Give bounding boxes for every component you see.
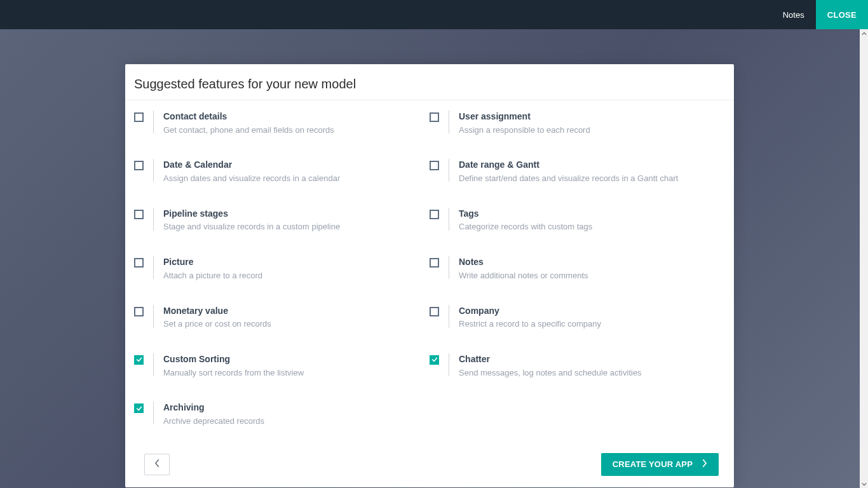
feature-desc: Attach a picture to a record	[163, 269, 417, 283]
feature-desc: Assign dates and visualize records in a …	[163, 172, 417, 186]
feature-text: User assignmentAssign a responsible to e…	[459, 111, 712, 137]
close-button[interactable]: CLOSE	[816, 0, 868, 29]
feature-title: Notes	[459, 256, 712, 269]
feature-item: Pipeline stagesStage and visualize recor…	[134, 208, 417, 234]
feature-desc: Send messages, log notes and schedule ac…	[459, 367, 712, 380]
feature-desc: Stage and visualize records in a custom …	[163, 220, 417, 234]
create-app-button[interactable]: CREATE YOUR APP	[601, 453, 719, 476]
divider	[153, 256, 154, 279]
feature-desc: Define start/end dates and visualize rec…	[459, 172, 712, 186]
feature-title: User assignment	[459, 111, 712, 123]
feature-text: Contact detailsGet contact, phone and em…	[163, 111, 417, 137]
feature-text: NotesWrite additional notes or comments	[459, 256, 712, 282]
feature-desc: Manually sort records from the listview	[163, 367, 417, 380]
feature-text: Monetary valueSet a price or cost on rec…	[163, 305, 417, 331]
feature-title: Custom Sorting	[163, 353, 417, 366]
feature-item: TagsCategorize records with custom tags	[430, 208, 712, 234]
feature-text: ChatterSend messages, log notes and sche…	[459, 353, 712, 379]
features-right-column: User assignmentAssign a responsible to e…	[430, 111, 725, 451]
back-button[interactable]	[144, 454, 170, 475]
feature-desc: Archive deprecated records	[163, 415, 417, 428]
feature-desc: Write additional notes or comments	[459, 269, 712, 283]
feature-text: TagsCategorize records with custom tags	[459, 208, 712, 234]
feature-title: Pipeline stages	[163, 208, 417, 220]
features-modal: Suggested features for your new model Co…	[125, 64, 734, 487]
feature-checkbox[interactable]	[134, 258, 144, 268]
feature-checkbox[interactable]	[430, 210, 439, 219]
feature-checkbox[interactable]	[430, 307, 439, 316]
feature-item: NotesWrite additional notes or comments	[430, 256, 712, 282]
divider	[153, 402, 154, 424]
feature-item: Date & CalendarAssign dates and visualiz…	[134, 159, 417, 185]
feature-checkbox[interactable]	[134, 355, 144, 365]
feature-checkbox[interactable]	[430, 112, 439, 122]
feature-checkbox[interactable]	[134, 112, 144, 122]
scrollbar[interactable]	[860, 29, 868, 488]
feature-checkbox[interactable]	[134, 161, 144, 170]
feature-item: Contact detailsGet contact, phone and em…	[134, 111, 417, 137]
feature-title: Tags	[459, 208, 712, 220]
feature-item: Date range & GanttDefine start/end dates…	[430, 159, 712, 185]
feature-item: ArchivingArchive deprecated records	[134, 402, 417, 428]
divider	[153, 353, 154, 376]
features-container: Contact detailsGet contact, phone and em…	[125, 100, 734, 451]
feature-title: Archiving	[163, 402, 417, 414]
divider	[153, 159, 154, 182]
divider	[449, 111, 449, 133]
feature-desc: Assign a responsible to each record	[459, 124, 712, 137]
page-root: Notes CLOSE Suggested features for your …	[0, 0, 868, 488]
feature-title: Monetary value	[163, 305, 417, 318]
feature-text: Custom SortingManually sort records from…	[163, 353, 417, 379]
divider	[449, 353, 449, 376]
chevron-left-icon	[154, 459, 160, 470]
feature-checkbox[interactable]	[430, 258, 439, 268]
divider	[449, 208, 449, 231]
feature-item: CompanyRestrict a record to a specific c…	[430, 305, 712, 331]
scroll-up-icon[interactable]	[860, 29, 868, 37]
topbar-notes-link[interactable]: Notes	[771, 0, 816, 29]
feature-item: Monetary valueSet a price or cost on rec…	[134, 305, 417, 331]
feature-text: Date & CalendarAssign dates and visualiz…	[163, 159, 417, 185]
divider	[449, 305, 449, 328]
feature-title: Date range & Gantt	[459, 159, 712, 172]
feature-title: Contact details	[163, 111, 417, 123]
features-left-column: Contact detailsGet contact, phone and em…	[134, 111, 430, 451]
feature-checkbox[interactable]	[430, 161, 439, 170]
divider	[153, 111, 154, 133]
divider	[153, 305, 154, 328]
modal-title: Suggested features for your new model	[125, 64, 734, 100]
topbar: Notes CLOSE	[0, 0, 868, 29]
feature-title: Chatter	[459, 353, 712, 366]
feature-text: Pipeline stagesStage and visualize recor…	[163, 208, 417, 234]
feature-text: ArchivingArchive deprecated records	[163, 402, 417, 428]
feature-checkbox[interactable]	[134, 403, 144, 413]
feature-text: CompanyRestrict a record to a specific c…	[459, 305, 712, 331]
feature-text: Date range & GanttDefine start/end dates…	[459, 159, 712, 185]
feature-item: Custom SortingManually sort records from…	[134, 353, 417, 379]
divider	[153, 208, 154, 231]
divider	[449, 256, 449, 279]
feature-checkbox[interactable]	[134, 307, 144, 316]
modal-footer: CREATE YOUR APP	[125, 451, 734, 485]
feature-checkbox[interactable]	[134, 210, 144, 219]
feature-desc: Get contact, phone and email fields on r…	[163, 124, 417, 137]
feature-desc: Restrict a record to a specific company	[459, 318, 712, 331]
divider	[449, 159, 449, 182]
chevron-right-icon	[702, 459, 707, 470]
scroll-down-icon[interactable]	[860, 480, 868, 488]
feature-item: User assignmentAssign a responsible to e…	[430, 111, 712, 137]
feature-text: PictureAttach a picture to a record	[163, 256, 417, 282]
feature-item: PictureAttach a picture to a record	[134, 256, 417, 282]
feature-checkbox[interactable]	[430, 355, 439, 365]
feature-desc: Set a price or cost on records	[163, 318, 417, 331]
feature-item: ChatterSend messages, log notes and sche…	[430, 353, 712, 379]
content-area: Suggested features for your new model Co…	[0, 29, 868, 488]
feature-desc: Categorize records with custom tags	[459, 220, 712, 234]
create-app-label: CREATE YOUR APP	[613, 459, 693, 469]
feature-title: Date & Calendar	[163, 159, 417, 172]
feature-title: Picture	[163, 256, 417, 269]
feature-title: Company	[459, 305, 712, 318]
